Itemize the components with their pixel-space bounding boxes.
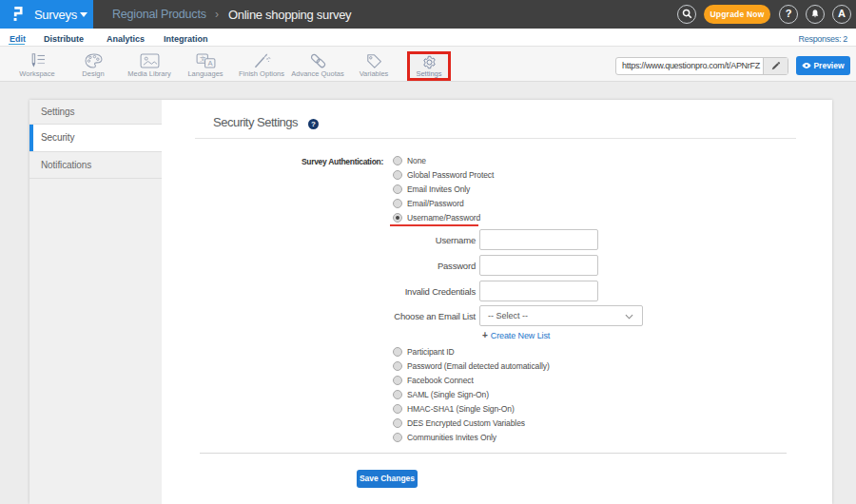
svg-text:A: A — [207, 59, 212, 68]
